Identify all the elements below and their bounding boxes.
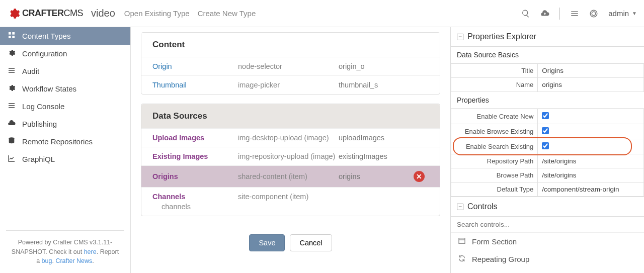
field-name: Thumbnail	[152, 81, 238, 89]
data-sources-panel-title: Data Sources	[141, 104, 440, 128]
control-item-input[interactable]: Input	[451, 268, 644, 273]
field-type: image-picker	[238, 81, 339, 89]
control-item-repeating-group[interactable]: Repeating Group	[451, 250, 644, 268]
field-var: thumbnail_s	[339, 81, 414, 89]
menu-icon[interactable]	[570, 9, 579, 18]
brand-text-a: CRAFTER	[22, 8, 64, 18]
datasource-row[interactable]: Originsshared-content (item)origins✕	[141, 165, 440, 187]
basic-row: Nameorigins	[451, 78, 644, 92]
footer-here-link[interactable]: here	[84, 248, 97, 255]
collapse-icon: −	[457, 204, 463, 210]
property-checkbox[interactable]	[542, 127, 549, 134]
cancel-button[interactable]: Cancel	[290, 234, 332, 251]
sidebar-item-audit[interactable]: Audit	[0, 62, 130, 80]
save-button[interactable]: Save	[249, 234, 285, 251]
sidebar-item-remote-repositories[interactable]: Remote Repositories	[0, 133, 130, 150]
repeat-icon	[458, 254, 467, 264]
basic-value[interactable]: origins	[538, 78, 644, 92]
ds-var: origins	[339, 172, 414, 180]
sidebar-item-workflow-states[interactable]: Workflow States	[0, 80, 130, 98]
brand-logo[interactable]: CRAFTERCMS	[7, 7, 83, 20]
sidebar-item-graphiql[interactable]: GraphiQL	[0, 150, 130, 168]
property-checkbox[interactable]	[542, 142, 549, 149]
cloud-icon	[7, 119, 16, 129]
ds-type: img-repository-upload (image)	[238, 152, 339, 160]
section-icon	[458, 237, 467, 246]
open-existing-type-link[interactable]: Open Existing Type	[124, 9, 190, 18]
list-icon	[7, 102, 16, 111]
property-label: Browse Path	[451, 168, 538, 183]
ds-type: shared-content (item)	[238, 172, 339, 180]
sidebar-item-configuration[interactable]: Configuration	[0, 45, 130, 62]
sidebar-item-content-types[interactable]: Content Types	[0, 27, 130, 45]
user-menu[interactable]: admin▼	[608, 9, 637, 18]
property-row: Browse Path/site/origins	[451, 168, 644, 183]
basic-row: TitleOrigins	[451, 64, 644, 78]
content-field-row[interactable]: Thumbnailimage-pickerthumbnail_s	[141, 75, 440, 94]
ds-name: Origins	[152, 172, 238, 180]
help-icon[interactable]	[589, 9, 598, 18]
sidebar-item-log-console[interactable]: Log Console	[0, 98, 130, 115]
property-value[interactable]: /site/origins	[542, 171, 576, 179]
context-name: video	[91, 8, 115, 19]
create-new-type-link[interactable]: Create New Type	[198, 9, 256, 18]
properties-explorer-header[interactable]: − Properties Explorer	[451, 27, 644, 47]
property-label: Repository Path	[451, 154, 538, 168]
basics-table: TitleOriginsNameorigins	[451, 63, 644, 92]
ds-name: Channels	[152, 193, 238, 201]
sidebar-footer: Powered by Crafter CMS v3.1.11-SNAPSHOT.…	[6, 230, 124, 273]
property-label: Default Type	[451, 183, 538, 197]
properties-table: Enable Create NewEnable Browse ExistingE…	[451, 109, 644, 197]
svg-rect-5	[12, 36, 15, 38]
footer-news-link[interactable]: Crafter News	[55, 257, 92, 264]
basic-label: Title	[451, 64, 538, 78]
property-label: Enable Create New	[451, 109, 538, 124]
control-item-form-section[interactable]: Form Section	[451, 233, 644, 250]
svg-point-1	[592, 12, 596, 16]
datasource-row[interactable]: Channelssite-component (item)channels	[141, 187, 440, 216]
field-name: Origin	[152, 62, 238, 70]
property-label: Enable Browse Existing	[451, 124, 538, 139]
ds-type: site-component (item)	[238, 193, 339, 201]
property-checkbox[interactable]	[542, 112, 549, 119]
chevron-down-icon: ▼	[632, 11, 637, 16]
brand-text-b: CMS	[64, 8, 84, 18]
search-icon[interactable]	[521, 9, 530, 18]
svg-rect-3	[12, 32, 15, 35]
db-icon	[7, 137, 16, 146]
property-value[interactable]: /site/origins	[542, 157, 576, 165]
controls-header[interactable]: − Controls	[451, 197, 644, 217]
ds-type: img-desktop-upload (image)	[238, 134, 339, 142]
ds-var: existingImages	[339, 152, 414, 160]
gear-icon	[7, 7, 20, 20]
content-panel-title: Content	[141, 33, 440, 57]
property-row: Default Type/component/stream-origin	[451, 183, 644, 197]
footer-bug-link[interactable]: bug	[42, 257, 52, 264]
ds-name: Upload Images	[152, 134, 238, 142]
separator	[559, 8, 560, 20]
data-sources-panel: Data Sources Upload Imagesimg-desktop-up…	[141, 104, 440, 216]
datasource-row[interactable]: Upload Imagesimg-desktop-upload (image)u…	[141, 128, 440, 147]
property-row: Enable Create New	[451, 109, 644, 124]
content-panel: Content Originnode-selectororigin_oThumb…	[141, 32, 440, 95]
content-field-row[interactable]: Originnode-selectororigin_o	[141, 57, 440, 75]
datasource-row[interactable]: Existing Imagesimg-repository-upload (im…	[141, 147, 440, 165]
property-row: Repository Path/site/origins	[451, 154, 644, 168]
data-source-basics-header: Data Source Basics	[451, 47, 644, 63]
cloud-upload-icon[interactable]	[540, 9, 549, 18]
delete-button[interactable]: ✕	[414, 171, 425, 182]
svg-point-0	[590, 10, 597, 17]
ds-sub: channels	[162, 203, 429, 211]
property-value[interactable]: /component/stream-origin	[542, 186, 619, 193]
sidebar-item-publishing[interactable]: Publishing	[0, 115, 130, 133]
collapse-icon: −	[457, 34, 463, 40]
svg-rect-4	[9, 36, 11, 38]
ds-name: Existing Images	[152, 152, 238, 160]
sidebar: Content TypesConfigurationAuditWorkflow …	[0, 27, 131, 273]
field-type: node-selector	[238, 62, 339, 70]
ds-var: uploadImages	[339, 134, 414, 142]
field-var: origin_o	[339, 62, 414, 70]
list-icon	[7, 66, 16, 76]
basic-value[interactable]: Origins	[538, 64, 644, 78]
search-controls-input[interactable]	[451, 217, 644, 233]
